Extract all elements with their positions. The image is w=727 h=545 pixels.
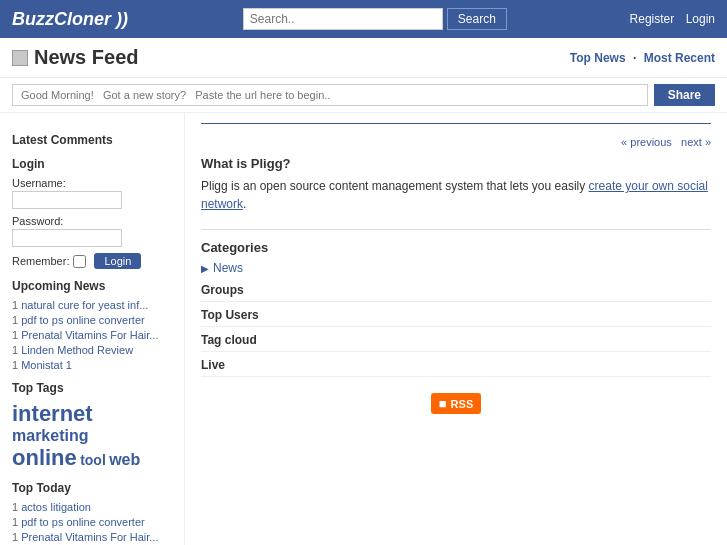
upcoming-news-section: Upcoming News natural cure for yeast inf…: [12, 279, 172, 371]
list-item: Monistat 1: [12, 359, 172, 371]
categories-title: Categories: [201, 240, 711, 255]
what-is-pligg-body: Pligg is an open source content manageme…: [201, 177, 711, 213]
header-links: Register Login: [622, 12, 715, 26]
nav-item-tag-cloud: Tag cloud: [201, 329, 711, 352]
nav-item-top-users: Top Users: [201, 304, 711, 327]
pligg-body-end: .: [243, 197, 246, 211]
today-link[interactable]: Prenatal Vitamins For Hair...: [21, 531, 158, 543]
list-item: pdf to ps online converter: [12, 516, 172, 528]
title-bar: News Feed Top News · Most Recent: [0, 38, 727, 78]
category-arrow-icon: ▶: [201, 263, 209, 274]
pagination: « previous next »: [201, 136, 711, 148]
upcoming-link[interactable]: Linden Method Review: [21, 344, 133, 356]
login-link[interactable]: Login: [686, 12, 715, 26]
category-item-news: ▶ News: [201, 261, 711, 275]
upcoming-news-title: Upcoming News: [12, 279, 172, 293]
top-today-list: actos litigation pdf to ps online conver…: [12, 501, 172, 545]
tag-marketing[interactable]: marketing: [12, 427, 88, 444]
logo: BuzzCloner )): [12, 9, 128, 30]
latest-comments-title: Latest Comments: [12, 133, 172, 147]
upcoming-news-list: natural cure for yeast inf... pdf to ps …: [12, 299, 172, 371]
upcoming-link[interactable]: pdf to ps online converter: [21, 314, 145, 326]
nav-separator: ·: [633, 51, 636, 65]
top-tags-title: Top Tags: [12, 381, 172, 395]
remember-row: Remember: Login: [12, 253, 172, 269]
remember-checkbox[interactable]: [73, 255, 86, 268]
sidebar: Latest Comments Login Username: Password…: [0, 113, 185, 545]
top-today-title: Top Today: [12, 481, 172, 495]
search-area: Search: [243, 8, 507, 30]
password-input[interactable]: [12, 229, 122, 247]
category-news-link[interactable]: News: [213, 261, 243, 275]
upcoming-link[interactable]: Monistat 1: [21, 359, 72, 371]
upcoming-link[interactable]: natural cure for yeast inf...: [21, 299, 148, 311]
news-feed-icon: [12, 50, 28, 66]
top-today-section: Top Today actos litigation pdf to ps onl…: [12, 481, 172, 545]
category-news-label: News: [213, 261, 243, 275]
search-button[interactable]: Search: [447, 8, 507, 30]
tag-internet[interactable]: internet: [12, 401, 93, 426]
login-button[interactable]: Login: [94, 253, 141, 269]
top-news-link[interactable]: Top News: [570, 51, 626, 65]
next-link[interactable]: next »: [681, 136, 711, 148]
list-item: Prenatal Vitamins For Hair...: [12, 531, 172, 543]
most-recent-link[interactable]: Most Recent: [644, 51, 715, 65]
header: BuzzCloner )) Search Register Login: [0, 0, 727, 38]
url-input[interactable]: [12, 84, 648, 106]
tag-web[interactable]: web: [109, 451, 140, 468]
list-item: Linden Method Review: [12, 344, 172, 356]
rss-badge[interactable]: ■ RSS: [431, 393, 481, 414]
today-link[interactable]: actos litigation: [21, 501, 91, 513]
main: Latest Comments Login Username: Password…: [0, 113, 727, 545]
what-is-pligg: What is Pligg? Pligg is an open source c…: [201, 156, 711, 213]
what-is-pligg-title: What is Pligg?: [201, 156, 711, 171]
list-item: actos litigation: [12, 501, 172, 513]
top-tags-section: Top Tags internet marketing online tool …: [12, 381, 172, 471]
remember-label: Remember:: [12, 255, 69, 267]
rss-label: RSS: [451, 398, 474, 410]
prev-link[interactable]: « previous: [621, 136, 672, 148]
tag-tool[interactable]: tool: [80, 452, 106, 468]
page-title-text: News Feed: [34, 46, 138, 69]
login-title: Login: [12, 157, 172, 171]
top-nav: Top News · Most Recent: [570, 51, 715, 65]
nav-item-groups: Groups: [201, 279, 711, 302]
list-item: Prenatal Vitamins For Hair...: [12, 329, 172, 341]
tag-cloud: internet marketing online tool web: [12, 401, 172, 471]
username-input[interactable]: [12, 191, 122, 209]
pligg-body-text: Pligg is an open source content manageme…: [201, 179, 589, 193]
url-bar: Share: [0, 78, 727, 113]
login-section: Login Username: Password: Remember: Logi…: [12, 157, 172, 269]
register-link[interactable]: Register: [630, 12, 675, 26]
share-button[interactable]: Share: [654, 84, 715, 106]
categories-section: Categories ▶ News: [201, 240, 711, 275]
list-item: natural cure for yeast inf...: [12, 299, 172, 311]
rss-icon: ■: [439, 396, 447, 411]
password-label: Password:: [12, 215, 172, 227]
nav-item-live: Live: [201, 354, 711, 377]
today-link[interactable]: pdf to ps online converter: [21, 516, 145, 528]
page-title: News Feed: [12, 46, 138, 69]
content: « previous next » What is Pligg? Pligg i…: [185, 113, 727, 545]
content-divider2: [201, 229, 711, 230]
upcoming-link[interactable]: Prenatal Vitamins For Hair...: [21, 329, 158, 341]
content-divider: [201, 123, 711, 124]
rss-section: ■ RSS: [201, 393, 711, 414]
username-label: Username:: [12, 177, 172, 189]
search-input[interactable]: [243, 8, 443, 30]
tag-online[interactable]: online: [12, 445, 77, 470]
list-item: pdf to ps online converter: [12, 314, 172, 326]
